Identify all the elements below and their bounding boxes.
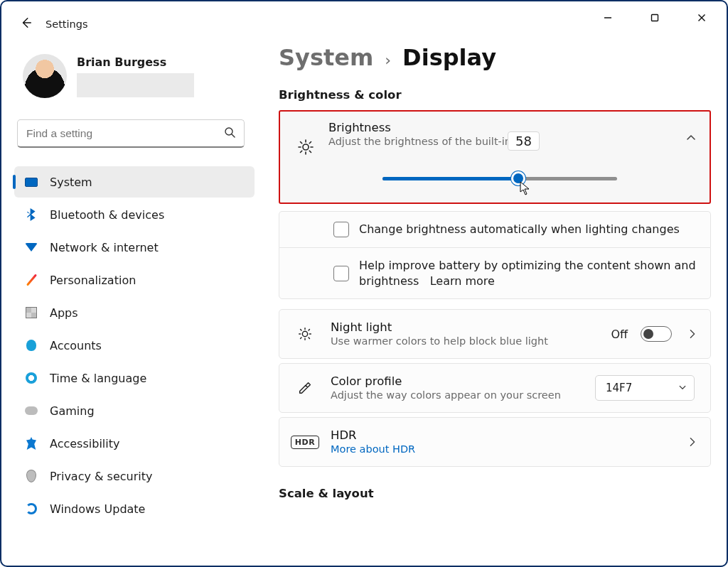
sidebar-item-label: Apps bbox=[50, 306, 78, 320]
sidebar-item-label: System bbox=[50, 176, 92, 189]
sidebar-item-label: Privacy & security bbox=[50, 470, 152, 483]
section-scale-layout: Scale & layout bbox=[279, 487, 711, 500]
color-profile-subtitle: Adjust the way colors appear on your scr… bbox=[331, 389, 592, 403]
svg-point-6 bbox=[303, 144, 309, 150]
sidebar-item-accessibility[interactable]: Accessibility bbox=[14, 428, 255, 459]
svg-line-14 bbox=[309, 142, 311, 144]
clock-globe-icon bbox=[24, 371, 38, 385]
profile-block[interactable]: Brian Burgess bbox=[1, 37, 264, 104]
maximize-button[interactable] bbox=[638, 6, 671, 29]
svg-line-23 bbox=[309, 330, 309, 330]
night-light-row[interactable]: Night light Use warmer colors to help bl… bbox=[279, 309, 711, 359]
hdr-row[interactable]: HDR HDR More about HDR bbox=[279, 417, 711, 467]
chevron-down-icon bbox=[678, 382, 687, 394]
sidebar-item-accounts[interactable]: Accounts bbox=[14, 330, 255, 361]
back-button[interactable] bbox=[20, 16, 33, 32]
sidebar-item-label: Gaming bbox=[50, 404, 95, 418]
sidebar-item-label: Accounts bbox=[50, 339, 102, 352]
auto-brightness-checkbox[interactable] bbox=[333, 222, 349, 237]
svg-line-20 bbox=[301, 330, 301, 330]
bluetooth-icon bbox=[24, 207, 38, 222]
color-profile-select[interactable]: 14F7 bbox=[595, 375, 695, 401]
sidebar-item-apps[interactable]: Apps bbox=[14, 297, 255, 328]
brightness-title: Brightness bbox=[328, 120, 685, 135]
svg-line-21 bbox=[309, 338, 309, 338]
close-button[interactable] bbox=[685, 6, 718, 29]
accessibility-icon bbox=[24, 436, 38, 450]
chevron-up-icon[interactable] bbox=[685, 132, 697, 144]
moon-icon bbox=[282, 326, 328, 342]
minimize-button[interactable] bbox=[592, 6, 624, 29]
eyedropper-icon bbox=[282, 380, 328, 396]
hdr-title: HDR bbox=[331, 428, 682, 443]
sidebar-item-gaming[interactable]: Gaming bbox=[14, 395, 255, 426]
brightness-expander[interactable]: Brightness Adjust the brightness of the … bbox=[279, 110, 711, 204]
night-light-toggle[interactable] bbox=[641, 326, 672, 342]
battery-optimize-label: Help improve battery by optimizing the c… bbox=[359, 259, 696, 288]
shield-icon bbox=[24, 469, 38, 483]
auto-brightness-label: Change brightness automatically when lig… bbox=[359, 222, 697, 237]
main-content: System › Display Brightness & color bbox=[264, 3, 727, 566]
sidebar-item-privacy[interactable]: Privacy & security bbox=[14, 460, 255, 492]
app-title: Settings bbox=[46, 18, 87, 30]
sidebar-item-bluetooth[interactable]: Bluetooth & devices bbox=[14, 199, 255, 230]
avatar bbox=[23, 54, 67, 98]
chevron-right-icon[interactable] bbox=[687, 437, 697, 447]
gamepad-icon bbox=[24, 404, 38, 418]
hdr-icon: HDR bbox=[282, 436, 328, 449]
night-light-title: Night light bbox=[331, 320, 608, 335]
section-brightness-color: Brightness & color bbox=[279, 88, 711, 102]
slider-thumb[interactable] bbox=[511, 171, 525, 185]
nav-list: System Bluetooth & devices Network & int… bbox=[1, 155, 264, 524]
svg-rect-1 bbox=[652, 15, 658, 21]
update-icon bbox=[24, 502, 38, 516]
battery-optimize-checkbox[interactable] bbox=[333, 266, 349, 281]
search-icon bbox=[224, 126, 235, 141]
sidebar-item-network[interactable]: Network & internet bbox=[14, 232, 255, 263]
svg-line-11 bbox=[301, 142, 302, 144]
sidebar-item-label: Windows Update bbox=[50, 502, 145, 516]
sidebar-item-windows-update[interactable]: Windows Update bbox=[14, 493, 255, 524]
breadcrumb: System › Display bbox=[279, 44, 711, 71]
sidebar-item-label: Time & language bbox=[50, 372, 146, 385]
color-profile-title: Color profile bbox=[331, 374, 592, 389]
sidebar-item-system[interactable]: System bbox=[14, 166, 255, 198]
wifi-icon bbox=[24, 240, 38, 254]
sidebar-item-label: Bluetooth & devices bbox=[50, 208, 164, 222]
search-input[interactable] bbox=[18, 120, 244, 146]
sidebar: Settings Brian Burgess System bbox=[1, 3, 264, 566]
color-profile-value: 14F7 bbox=[606, 382, 632, 394]
sidebar-item-time-language[interactable]: Time & language bbox=[14, 362, 255, 394]
search-input-wrap[interactable] bbox=[17, 119, 245, 148]
svg-line-12 bbox=[309, 151, 311, 152]
brush-icon bbox=[24, 273, 38, 287]
battery-optimize-row[interactable]: Help improve battery by optimizing the c… bbox=[279, 247, 711, 299]
auto-brightness-row[interactable]: Change brightness automatically when lig… bbox=[279, 211, 711, 247]
brightness-subtitle: Adjust the brightness of the built-in bbox=[328, 135, 685, 149]
color-profile-row[interactable]: Color profile Adjust the way colors appe… bbox=[279, 363, 711, 413]
svg-line-13 bbox=[301, 151, 302, 152]
apps-icon bbox=[24, 306, 38, 320]
person-icon bbox=[24, 338, 38, 352]
breadcrumb-current: Display bbox=[402, 44, 496, 71]
brightness-tooltip: 58 bbox=[508, 131, 540, 151]
profile-email-placeholder bbox=[77, 73, 194, 97]
brightness-slider[interactable] bbox=[382, 171, 617, 187]
sidebar-item-label: Network & internet bbox=[50, 241, 159, 254]
hdr-link[interactable]: More about HDR bbox=[331, 443, 682, 457]
sidebar-item-label: Personalization bbox=[50, 274, 136, 287]
display-icon bbox=[24, 175, 38, 189]
sun-icon bbox=[283, 120, 328, 156]
svg-line-5 bbox=[232, 134, 235, 137]
slider-fill bbox=[382, 177, 518, 180]
svg-point-15 bbox=[302, 332, 307, 337]
sidebar-item-personalization[interactable]: Personalization bbox=[14, 264, 255, 296]
night-light-state: Off bbox=[611, 328, 628, 341]
night-light-subtitle: Use warmer colors to help block blue lig… bbox=[331, 335, 608, 349]
sidebar-item-label: Accessibility bbox=[50, 437, 119, 450]
learn-more-link[interactable]: Learn more bbox=[430, 274, 495, 288]
svg-point-4 bbox=[225, 128, 232, 135]
chevron-right-icon: › bbox=[385, 51, 391, 69]
breadcrumb-parent[interactable]: System bbox=[279, 44, 373, 71]
chevron-right-icon[interactable] bbox=[687, 329, 697, 339]
